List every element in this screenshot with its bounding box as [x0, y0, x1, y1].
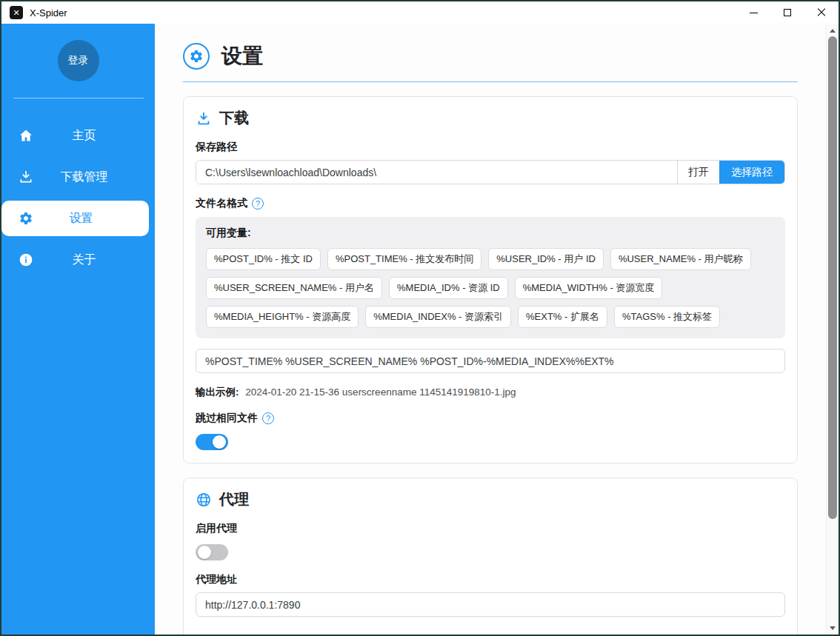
variable-chip: %USER_ID% - 用户 ID — [488, 248, 604, 270]
login-avatar-button[interactable]: 登录 — [58, 40, 99, 81]
sidebar: 登录 主页 下载管理 — [1, 24, 155, 635]
download-section-title: 下载 — [196, 108, 785, 128]
proxy-address-input[interactable] — [196, 592, 785, 617]
available-variables-label: 可用变量: — [206, 227, 775, 240]
variable-chip: %MEDIA_WIDTH% - 资源宽度 — [515, 277, 663, 299]
skip-same-file-toggle[interactable] — [196, 434, 228, 450]
proxy-settings-card: 代理 启用代理 代理地址 — [183, 478, 798, 635]
app-window: ✕ X-Spider 登录 — [0, 0, 840, 636]
enable-proxy-toggle[interactable] — [196, 544, 228, 560]
variable-chip: %MEDIA_INDEX% - 资源索引 — [365, 306, 511, 328]
scroll-up-button[interactable] — [827, 24, 839, 36]
maximize-icon — [784, 9, 791, 16]
output-example-value: 2024-01-20 21-15-36 userscreenname 11451… — [245, 386, 516, 398]
sidebar-item-label: 主页 — [34, 128, 155, 144]
variable-chip: %USER_NAME% - 用户昵称 — [610, 248, 751, 270]
variable-chip: %USER_SCREEN_NAME% - 用户名 — [206, 277, 382, 299]
enable-proxy-label: 启用代理 — [196, 522, 785, 535]
sidebar-item-label: 设置 — [34, 211, 149, 227]
app-title: X-Spider — [30, 7, 67, 19]
variable-chip: %TAGS% - 推文标签 — [614, 306, 720, 328]
skip-same-file-label: 跳过相同文件 ? — [196, 412, 785, 425]
proxy-section-title: 代理 — [196, 489, 785, 509]
globe-icon — [196, 492, 212, 508]
variable-chip: %MEDIA_ID% - 资源 ID — [389, 277, 508, 299]
window-controls — [736, 1, 839, 24]
proxy-address-label: 代理地址 — [196, 573, 785, 586]
sidebar-item-settings[interactable]: 设置 — [1, 201, 149, 236]
minimize-icon — [750, 13, 758, 13]
sidebar-nav: 主页 下载管理 设置 — [1, 118, 155, 278]
download-section-label: 下载 — [219, 108, 249, 128]
output-example-row: 输出示例: 2024-01-20 21-15-36 userscreenname… — [196, 386, 785, 399]
filename-format-label: 文件名格式 ? — [196, 197, 785, 210]
filename-format-input[interactable] — [196, 349, 785, 373]
info-icon — [18, 252, 34, 268]
scroll-down-arrow-icon — [830, 626, 836, 630]
help-icon[interactable]: ? — [252, 198, 264, 210]
save-path-label: 保存路径 — [196, 141, 785, 154]
download-icon — [18, 169, 34, 185]
save-path-input[interactable] — [196, 161, 677, 184]
open-folder-button[interactable]: 打开 — [677, 161, 719, 184]
save-path-group: 打开 选择路径 — [196, 160, 785, 184]
app-logo-icon: ✕ — [10, 6, 23, 19]
page-title: 设置 — [221, 42, 263, 70]
close-button[interactable] — [804, 1, 839, 24]
variable-chip: %MEDIA_HEIGHT% - 资源高度 — [206, 306, 359, 328]
home-icon — [18, 127, 34, 144]
sidebar-item-label: 关于 — [34, 252, 155, 268]
maximize-button[interactable] — [770, 1, 804, 24]
settings-page: 设置 下载 保存路径 打开 选择路径 — [155, 24, 826, 635]
scrollbar-thumb[interactable] — [828, 36, 837, 519]
minimize-button[interactable] — [736, 1, 770, 24]
titlebar: ✕ X-Spider — [1, 1, 839, 24]
sidebar-item-home[interactable]: 主页 — [1, 118, 155, 153]
sidebar-item-label: 下载管理 — [34, 170, 155, 185]
help-icon[interactable]: ? — [262, 412, 274, 424]
page-header: 设置 — [183, 42, 798, 70]
close-icon — [817, 8, 826, 17]
variable-chip: %EXT% - 扩展名 — [518, 306, 607, 328]
login-label: 登录 — [68, 54, 89, 67]
sidebar-item-about[interactable]: 关于 — [1, 242, 155, 278]
scroll-up-arrow-icon — [830, 29, 836, 33]
toggle-knob — [198, 546, 211, 559]
header-divider — [183, 81, 798, 82]
download-icon — [196, 110, 212, 127]
output-example-label: 输出示例: — [196, 386, 239, 398]
available-variables-panel: 可用变量: %POST_ID% - 推文 ID%POST_TIME% - 推文发… — [196, 217, 785, 338]
variable-chip: %POST_ID% - 推文 ID — [206, 248, 321, 270]
proxy-section-label: 代理 — [219, 489, 249, 509]
toggle-knob — [213, 435, 226, 449]
sidebar-item-downloads[interactable]: 下载管理 — [1, 159, 155, 195]
gear-icon — [183, 43, 210, 70]
vertical-scrollbar[interactable] — [826, 24, 839, 635]
gear-icon — [18, 210, 34, 227]
choose-path-button[interactable]: 选择路径 — [719, 161, 784, 184]
variable-chips: %POST_ID% - 推文 ID%POST_TIME% - 推文发布时间%US… — [206, 248, 775, 328]
sidebar-divider — [13, 98, 144, 98]
download-settings-card: 下载 保存路径 打开 选择路径 文件名格式 ? 可用变量: %POST_ID% … — [183, 96, 798, 463]
scroll-down-button[interactable] — [827, 622, 839, 634]
variable-chip: %POST_TIME% - 推文发布时间 — [327, 248, 481, 270]
